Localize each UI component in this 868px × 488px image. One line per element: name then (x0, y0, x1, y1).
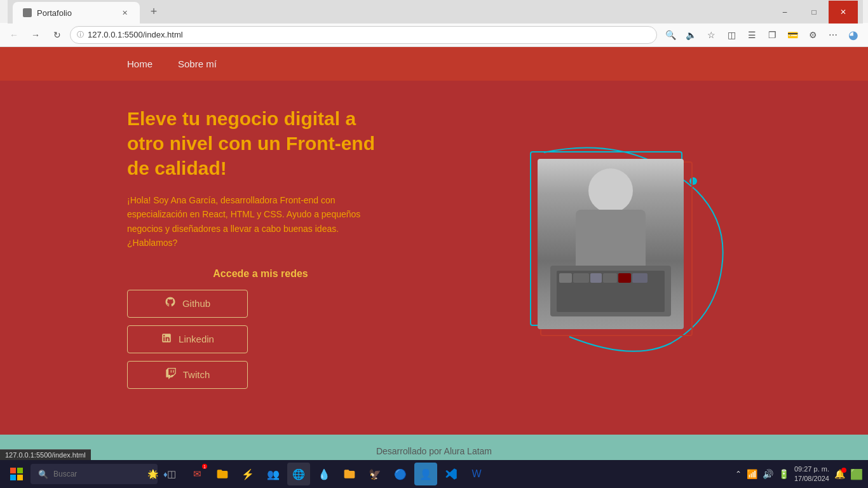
collections-button[interactable]: ❐ (763, 25, 782, 44)
extensions-button[interactable]: ⚙ (803, 25, 822, 44)
social-heading: Accede a mis redes (127, 268, 394, 280)
title-bar: Portafolio ✕ + – □ ✕ (0, 0, 868, 23)
svg-rect-4 (17, 475, 23, 480)
vscode-icon[interactable] (440, 463, 463, 485)
hero-photo (538, 159, 684, 329)
tab-close-button[interactable]: ✕ (119, 8, 130, 18)
nav-about[interactable]: Sobre mí (178, 58, 217, 69)
clock-time: 09:27 p. m. (794, 464, 829, 474)
start-button[interactable] (5, 463, 28, 485)
hero-title: Eleve tu negocio digital a otro nivel co… (127, 106, 394, 180)
taskbar-search-bar[interactable]: 🔍 🌟 ♦ (31, 464, 158, 484)
taskbar-clock[interactable]: 09:27 p. m. 17/08/2024 (794, 464, 829, 484)
page-wrapper: Home Sobre mí Eleve tu negocio digital a… (0, 47, 868, 480)
file-explorer-icon[interactable] (211, 463, 234, 485)
word-icon[interactable]: W (465, 463, 488, 485)
files-icon[interactable] (338, 463, 361, 485)
url-bar[interactable]: ⓘ 127.0.0.1:5500/index.html (70, 26, 657, 44)
corner-widget[interactable]: 🟩 (850, 468, 863, 480)
linkedin-button[interactable]: Linkedin (127, 325, 248, 353)
edge-browser-icon[interactable]: 🌐 (287, 463, 310, 485)
chrome-icon[interactable]: 🔵 (389, 463, 412, 485)
nav-home[interactable]: Home (127, 58, 153, 69)
status-tooltip: 127.0.0.1:5500/index.html (0, 449, 91, 460)
search-icon: 🔍 (38, 470, 48, 479)
linkedin-icon (161, 332, 172, 346)
show-hidden-icons[interactable]: ⌃ (735, 470, 742, 478)
hero-text: Eleve tu negocio digital a otro nivel co… (127, 106, 394, 396)
tab-favicon (23, 8, 32, 17)
footer-text: Desarrollado por Alura Latam (376, 446, 492, 456)
social-buttons: Github Linkedin (127, 290, 394, 389)
search-input[interactable] (53, 470, 142, 478)
folder-icon (216, 468, 229, 480)
notification-count-badge (841, 468, 846, 473)
tab-bar: Portafolio ✕ + – □ ✕ (8, 0, 863, 24)
tab-title: Portafolio (37, 8, 72, 18)
svg-rect-2 (17, 468, 23, 473)
active-tab[interactable]: Portafolio ✕ (13, 2, 140, 24)
svg-rect-3 (10, 475, 16, 480)
sound-icon[interactable]: 🔊 (763, 469, 773, 479)
favorites-menu-button[interactable]: ☰ (742, 25, 761, 44)
clock-date: 17/08/2024 (794, 474, 829, 484)
maximize-button[interactable]: □ (799, 1, 829, 24)
new-tab-button[interactable]: + (145, 3, 163, 20)
hero-description: ¡Hola! Soy Ana García, desarrolladora Fr… (127, 193, 369, 250)
folder-icon-2 (343, 468, 356, 480)
dropbox-icon[interactable]: 💧 (313, 463, 336, 485)
network-icon[interactable]: 📶 (747, 469, 757, 479)
menu-button[interactable]: ⋯ (824, 25, 843, 44)
minimize-button[interactable]: – (770, 1, 799, 24)
refresh-button[interactable]: ↻ (48, 26, 66, 44)
linkedin-label: Linkedin (179, 334, 214, 344)
zoom-button[interactable]: 🔍 (661, 25, 680, 44)
read-aloud-button[interactable]: 🔈 (681, 25, 700, 44)
github-label: Github (182, 298, 210, 309)
hero-image-container (538, 159, 690, 343)
svg-rect-1 (10, 468, 16, 473)
github-icon (165, 296, 176, 311)
edge-icon: ◕ (844, 25, 863, 44)
address-bar: ← → ↻ ⓘ 127.0.0.1:5500/index.html 🔍 🔈 ☆ … (0, 23, 868, 47)
favorites-button[interactable]: ☆ (702, 25, 721, 44)
browser-chrome: Portafolio ✕ + – □ ✕ ← → ↻ ⓘ 127.0.0.1:5… (0, 0, 868, 47)
notification-badge-dot: 1 (202, 464, 207, 469)
forward-button[interactable]: → (27, 26, 44, 44)
battery-icon: 🔋 (778, 469, 789, 479)
url-security-icon: ⓘ (77, 30, 84, 39)
sketch-icon[interactable]: ⚡ (236, 463, 259, 485)
github-button[interactable]: Github (127, 290, 248, 318)
site-nav: Home Sobre mí (0, 47, 868, 81)
teams-icon[interactable]: 👥 (262, 463, 285, 485)
thunderbird-icon[interactable]: 🦅 (363, 463, 386, 485)
notification-center[interactable]: 🔔 (834, 469, 845, 479)
address-bar-actions: 🔍 🔈 ☆ ◫ ☰ ❐ 💳 ⚙ ⋯ ◕ (661, 25, 863, 44)
twitch-label: Twitch (183, 369, 210, 380)
taskbar-right-area: ⌃ 📶 🔊 🔋 09:27 p. m. 17/08/2024 🔔 🟩 (735, 464, 863, 484)
mail-icon[interactable]: ✉ 1 (186, 463, 208, 485)
back-button[interactable]: ← (5, 26, 23, 44)
search-emoji-icon: 🌟 (147, 469, 158, 479)
windows-logo-icon (10, 468, 23, 480)
taskbar: 🔍 🌟 ♦ ◫ ✉ 1 ⚡ 👥 🌐 💧 🦅 🔵 👤 W ⌃ 📶 🔊 🔋 (0, 460, 868, 488)
person-icon[interactable]: 👤 (414, 463, 437, 485)
close-button[interactable]: ✕ (829, 1, 858, 24)
window-controls: – □ ✕ (770, 1, 858, 24)
vscode-logo-icon (445, 468, 458, 480)
task-view-button[interactable]: ◫ (160, 463, 183, 485)
twitch-button[interactable]: Twitch (127, 361, 248, 389)
split-screen-button[interactable]: ◫ (722, 25, 741, 44)
url-text: 127.0.0.1:5500/index.html (88, 30, 183, 39)
hero-section: Eleve tu negocio digital a otro nivel co… (0, 81, 868, 435)
status-url: 127.0.0.1:5500/index.html (5, 451, 86, 459)
browser-wallet-button[interactable]: 💳 (783, 25, 802, 44)
twitch-icon (165, 368, 177, 381)
